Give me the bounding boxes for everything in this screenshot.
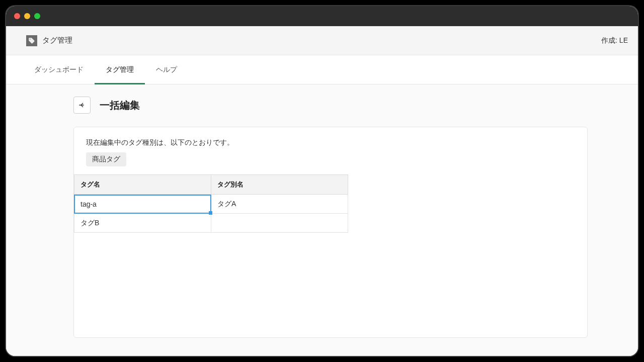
tag-icon: [26, 35, 37, 46]
grid-header-row: タグ名 タグ別名: [74, 175, 348, 195]
app-root: タグ管理 作成: LE ダッシュボード タグ管理 ヘルプ 一括編集: [6, 26, 638, 356]
grid-row: tag-a タグA: [74, 195, 348, 214]
minimize-window-button[interactable]: [24, 13, 30, 19]
cell-value: タグA: [217, 200, 236, 209]
page-title: 一括編集: [100, 99, 140, 112]
grid-cell-name[interactable]: タグB: [74, 214, 211, 233]
page-head: 一括編集: [73, 97, 588, 114]
header-left: タグ管理: [26, 35, 72, 46]
tab-label: ヘルプ: [156, 65, 177, 74]
grid-row: タグB: [74, 214, 348, 233]
grid-cell-alias[interactable]: [211, 214, 348, 233]
tab-dashboard[interactable]: ダッシュボード: [23, 55, 95, 84]
description-text: 現在編集中のタグ種別は、以下のとおりです。: [86, 138, 575, 147]
tab-label: ダッシュボード: [34, 65, 84, 74]
grid-header-name[interactable]: タグ名: [74, 175, 211, 195]
close-window-button[interactable]: [14, 13, 20, 19]
back-button[interactable]: [73, 97, 91, 114]
maximize-window-button[interactable]: [34, 13, 40, 19]
app-title: タグ管理: [42, 36, 72, 45]
data-grid[interactable]: タグ名 タグ別名 tag-a タグA: [74, 174, 348, 233]
cell-value: タグB: [80, 219, 99, 228]
device-frame: タグ管理 作成: LE ダッシュボード タグ管理 ヘルプ 一括編集: [6, 6, 638, 356]
cell-value: tag-a: [80, 200, 97, 208]
grid-cell-alias[interactable]: タグA: [211, 195, 348, 214]
card-top: 現在編集中のタグ種別は、以下のとおりです。 商品タグ: [74, 127, 587, 174]
grid-cell-name[interactable]: tag-a: [74, 195, 211, 214]
selection-handle[interactable]: [209, 211, 212, 215]
window-titlebar: [6, 6, 638, 26]
content-area: 一括編集 現在編集中のタグ種別は、以下のとおりです。 商品タグ タグ名 タグ別名: [6, 84, 638, 356]
header-right-text: 作成: LE: [601, 36, 628, 45]
editor-card: 現在編集中のタグ種別は、以下のとおりです。 商品タグ タグ名 タグ別名 tag-…: [73, 127, 588, 338]
tab-bar: ダッシュボード タグ管理 ヘルプ: [6, 55, 638, 84]
tag-type-chip: 商品タグ: [86, 152, 126, 166]
app-header: タグ管理 作成: LE: [6, 26, 638, 55]
traffic-lights: [14, 13, 40, 19]
tab-help[interactable]: ヘルプ: [145, 55, 188, 84]
grid-header-alias[interactable]: タグ別名: [211, 175, 348, 195]
tab-tag-management[interactable]: タグ管理: [95, 55, 145, 84]
content-inner: 一括編集 現在編集中のタグ種別は、以下のとおりです。 商品タグ タグ名 タグ別名: [73, 97, 588, 338]
tab-label: タグ管理: [106, 65, 134, 74]
arrow-left-icon: [78, 101, 86, 109]
